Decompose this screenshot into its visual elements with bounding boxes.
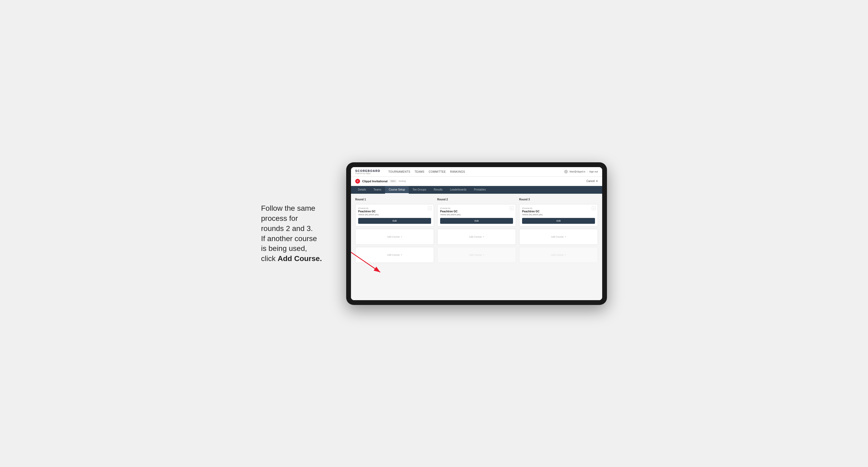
sign-out-link[interactable]: Sign out xyxy=(589,170,598,173)
tab-details[interactable]: Details xyxy=(354,186,370,194)
round-2-course-details: Yellow (M) (6629 yds) xyxy=(440,213,513,216)
add-icon-2: + xyxy=(401,254,402,256)
logo-scoreboard: SCOREBOARD xyxy=(355,169,380,173)
add-course-label-2: Add Course xyxy=(387,254,400,256)
clippd-logo-icon: C xyxy=(355,179,360,184)
round-1-course-details: Yellow (M) (6629 yds) xyxy=(358,213,431,216)
user-avatar xyxy=(564,170,568,174)
round-1-delete-button[interactable]: ○ xyxy=(428,207,432,210)
main-content: Round 1 ○ (Course A) Peachtree GC Yellow… xyxy=(351,194,602,300)
sub-header-left: C Clippd Invitational Men Hosting xyxy=(355,179,406,184)
nav-links: TOURNAMENTS TEAMS COMMITTEE RANKINGS xyxy=(388,170,559,173)
round-1-edit-button[interactable]: Edit xyxy=(358,218,431,224)
tab-course-setup[interactable]: Course Setup xyxy=(385,186,409,194)
add-course-r2-label-2: Add Course xyxy=(469,254,482,256)
add-icon-r2-2: + xyxy=(483,254,484,256)
nav-teams[interactable]: TEAMS xyxy=(414,170,425,173)
add-icon-r2: + xyxy=(483,236,484,238)
top-nav: SCOREBOARD Powered by clippd TOURNAMENTS… xyxy=(351,167,602,177)
logo-powered: Powered by clippd xyxy=(355,173,380,174)
cancel-button[interactable]: Cancel ✕ xyxy=(586,180,598,183)
round-2-delete-button[interactable]: ○ xyxy=(510,207,514,210)
round-2-edit-button[interactable]: Edit xyxy=(440,218,513,224)
round-1-add-course-1[interactable]: Add Course + xyxy=(355,229,434,245)
nav-tournaments[interactable]: TOURNAMENTS xyxy=(388,170,410,173)
tab-tee-groups[interactable]: Tee Groups xyxy=(409,186,430,194)
tablet-inner: SCOREBOARD Powered by clippd TOURNAMENTS… xyxy=(351,167,602,300)
round-1-course-name: Peachtree GC xyxy=(358,210,431,213)
add-course-r3-label: Add Course xyxy=(551,236,564,238)
sub-header: C Clippd Invitational Men Hosting Cancel… xyxy=(351,177,602,186)
round-3-label: Round 3 xyxy=(519,198,598,201)
page-wrapper: Follow the same process for rounds 2 and… xyxy=(261,162,607,305)
round-3-course-name: Peachtree GC xyxy=(522,210,595,213)
add-icon-r3-2: + xyxy=(565,254,566,256)
hosting-badge: Hosting xyxy=(399,180,406,182)
round-1-course-label: (Course A) xyxy=(358,207,431,210)
add-course-r3-label-2: Add Course xyxy=(551,254,564,256)
tab-results[interactable]: Results xyxy=(430,186,446,194)
tablet-frame: SCOREBOARD Powered by clippd TOURNAMENTS… xyxy=(346,162,607,305)
round-2-add-course-2: Add Course + xyxy=(437,247,516,263)
round-3-column: Round 3 ○ (Course A) Peachtree GC Yellow… xyxy=(519,198,598,263)
add-icon: + xyxy=(401,236,402,238)
instruction-bold: Add Course. xyxy=(278,254,322,262)
instruction-text: Follow the same process for rounds 2 and… xyxy=(261,203,336,264)
round-1-column: Round 1 ○ (Course A) Peachtree GC Yellow… xyxy=(355,198,434,263)
nav-committee[interactable]: COMMITTEE xyxy=(429,170,446,173)
user-email: blair@clippd.io xyxy=(569,170,585,173)
round-3-course-label: (Course A) xyxy=(522,207,595,210)
tab-printables[interactable]: Printables xyxy=(470,186,489,194)
add-course-label: Add Course xyxy=(387,236,400,238)
nav-rankings[interactable]: RANKINGS xyxy=(450,170,465,173)
tab-teams[interactable]: Teams xyxy=(370,186,385,194)
tabs-bar: Details Teams Course Setup Tee Groups Re… xyxy=(351,186,602,194)
round-2-label: Round 2 xyxy=(437,198,516,201)
round-1-add-course-2[interactable]: Add Course + xyxy=(355,247,434,263)
round-1-label: Round 1 xyxy=(355,198,434,201)
round-2-course-name: Peachtree GC xyxy=(440,210,513,213)
round-3-course-details: Yellow (M) (6629 yds) xyxy=(522,213,595,216)
gender-badge: Men xyxy=(390,180,397,183)
round-3-edit-button[interactable]: Edit xyxy=(522,218,595,224)
round-3-add-course-2: Add Course + xyxy=(519,247,598,263)
logo-area: SCOREBOARD Powered by clippd xyxy=(355,169,380,174)
tab-leaderboards[interactable]: Leaderboards xyxy=(446,186,470,194)
round-3-delete-button[interactable]: ○ xyxy=(592,207,595,210)
cancel-x-icon: ✕ xyxy=(596,180,598,183)
round-2-course-card: ○ (Course A) Peachtree GC Yellow (M) (66… xyxy=(437,204,516,227)
round-2-column: Round 2 ○ (Course A) Peachtree GC Yellow… xyxy=(437,198,516,263)
round-3-course-card: ○ (Course A) Peachtree GC Yellow (M) (66… xyxy=(519,204,598,227)
round-3-add-course-1[interactable]: Add Course + xyxy=(519,229,598,245)
tournament-name: Clippd Invitational xyxy=(362,180,388,183)
round-1-course-card: ○ (Course A) Peachtree GC Yellow (M) (66… xyxy=(355,204,434,227)
tablet-screen: SCOREBOARD Powered by clippd TOURNAMENTS… xyxy=(351,167,602,300)
nav-right: blair@clippd.io | Sign out xyxy=(564,170,598,174)
round-2-add-course-1[interactable]: Add Course + xyxy=(437,229,516,245)
add-icon-r3: + xyxy=(565,236,566,238)
add-course-r2-label: Add Course xyxy=(469,236,482,238)
rounds-grid: Round 1 ○ (Course A) Peachtree GC Yellow… xyxy=(355,198,598,263)
round-2-course-label: (Course A) xyxy=(440,207,513,210)
